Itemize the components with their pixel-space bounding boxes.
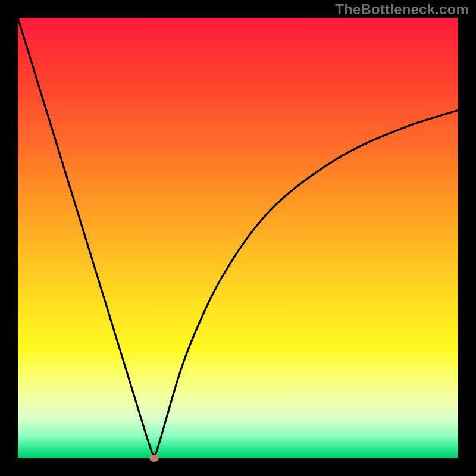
plot-gradient-background bbox=[18, 18, 458, 458]
chart-frame: TheBottleneck.com bbox=[0, 0, 476, 476]
watermark-text: TheBottleneck.com bbox=[335, 1, 469, 18]
operating-point-marker bbox=[149, 455, 159, 462]
